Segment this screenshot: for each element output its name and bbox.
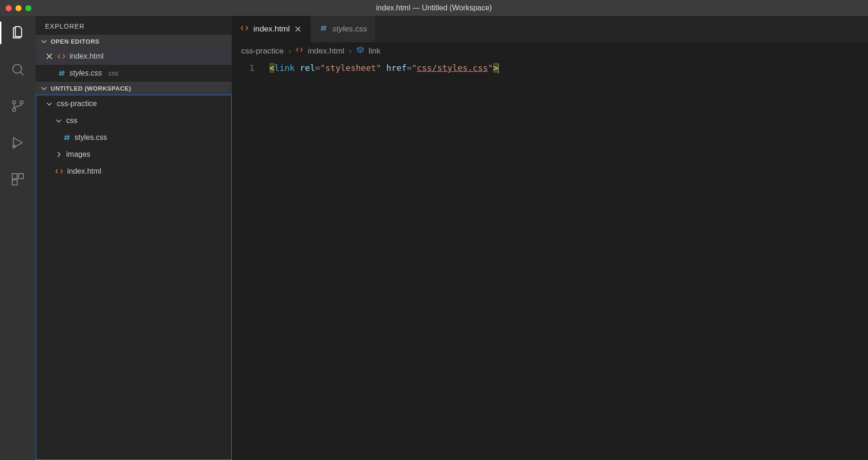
file-name: styles.css xyxy=(75,133,107,142)
minimize-window-button[interactable] xyxy=(15,5,22,11)
folder-row-root[interactable]: css-practice xyxy=(36,95,231,112)
git-branch-icon xyxy=(10,99,25,114)
folder-row[interactable]: images xyxy=(36,146,231,163)
tab-label: index.html xyxy=(253,24,289,34)
search-icon xyxy=(10,62,25,77)
window-title: index.html — Untitled (Workspace) xyxy=(376,4,492,12)
titlebar: index.html — Untitled (Workspace) xyxy=(0,0,868,16)
close-window-button[interactable] xyxy=(6,5,12,11)
folder-name: images xyxy=(66,150,91,159)
folder-name: css xyxy=(66,116,77,125)
code-line[interactable]: <link rel="stylesheet" href="css/styles.… xyxy=(269,61,868,75)
svg-rect-7 xyxy=(12,180,17,185)
close-icon[interactable] xyxy=(45,52,53,61)
file-row[interactable]: index.html xyxy=(36,163,231,180)
window-controls xyxy=(0,5,31,11)
code-tag: link xyxy=(274,63,295,73)
hash-icon xyxy=(62,133,71,142)
bracket-close: > xyxy=(493,63,498,73)
workspace-header[interactable]: UNTITLED (WORKSPACE) xyxy=(36,82,232,95)
workspace-header-label: UNTITLED (WORKSPACE) xyxy=(51,85,131,92)
svg-point-4 xyxy=(13,145,15,147)
debug-icon xyxy=(10,135,25,150)
code-punc: = xyxy=(407,63,412,73)
code-quote: " xyxy=(412,63,417,73)
svg-point-1 xyxy=(13,101,16,104)
line-number: 1 xyxy=(232,61,254,75)
open-editor-folder-hint: css xyxy=(108,69,118,77)
maximize-window-button[interactable] xyxy=(25,5,31,11)
editor-group: index.html styles.css css-practice › ind… xyxy=(232,16,868,460)
extensions-icon xyxy=(10,172,25,187)
tab-index-html[interactable]: index.html xyxy=(232,16,311,42)
line-number-gutter: 1 xyxy=(232,60,265,460)
code-link: css/styles.css xyxy=(417,63,488,73)
html-icon xyxy=(55,167,63,176)
tab-bar: index.html styles.css xyxy=(232,16,868,42)
source-control-activity[interactable] xyxy=(7,95,29,117)
explorer-activity[interactable] xyxy=(7,22,29,44)
chevron-right-icon xyxy=(55,151,62,158)
code-quote: " xyxy=(488,63,493,73)
html-icon xyxy=(296,46,303,56)
open-editors-list: index.html styles.css css xyxy=(36,48,232,82)
chevron-down-icon xyxy=(40,38,48,45)
code-punc: = xyxy=(315,63,320,73)
breadcrumbs[interactable]: css-practice › index.html › link xyxy=(232,42,868,60)
breadcrumb-segment[interactable]: link xyxy=(369,46,381,56)
svg-point-2 xyxy=(13,108,16,112)
bracket-open: < xyxy=(269,63,274,73)
svg-point-3 xyxy=(20,101,23,104)
breadcrumb-segment[interactable]: css-practice xyxy=(241,46,284,56)
code-attr-name: rel xyxy=(300,63,315,73)
open-editor-item[interactable]: styles.css css xyxy=(36,65,232,82)
tab-styles-css[interactable]: styles.css xyxy=(311,16,376,42)
chevron-right-icon: › xyxy=(349,46,352,56)
svg-rect-6 xyxy=(18,174,23,179)
run-debug-activity[interactable] xyxy=(7,131,29,154)
code-attr-name: href xyxy=(386,63,406,73)
hash-icon xyxy=(57,69,66,77)
extensions-activity[interactable] xyxy=(7,168,29,191)
chevron-down-icon xyxy=(40,84,48,92)
html-icon xyxy=(57,52,66,61)
close-icon[interactable] xyxy=(294,25,302,33)
search-activity[interactable] xyxy=(7,58,29,81)
hash-icon xyxy=(319,24,327,35)
open-editor-item[interactable]: index.html xyxy=(36,48,232,65)
activity-bar xyxy=(0,16,36,460)
chevron-down-icon xyxy=(55,117,62,124)
chevron-down-icon xyxy=(46,100,53,107)
tab-label: styles.css xyxy=(332,24,367,34)
open-editor-filename: index.html xyxy=(69,52,104,61)
files-icon xyxy=(10,25,25,40)
text-cursor xyxy=(498,63,499,74)
file-row[interactable]: styles.css xyxy=(36,129,231,146)
open-editors-header[interactable]: OPEN EDITORS xyxy=(36,35,232,48)
open-editors-label: OPEN EDITORS xyxy=(51,38,99,45)
chevron-right-icon: › xyxy=(289,46,291,56)
code-editor[interactable]: 1 <link rel="stylesheet" href="css/style… xyxy=(232,60,868,460)
explorer-sidebar: EXPLORER OPEN EDITORS index.html xyxy=(36,16,232,460)
sidebar-title: EXPLORER xyxy=(36,16,232,35)
workspace-tree: css-practice css styles.css images xyxy=(36,95,232,460)
file-name: index.html xyxy=(67,167,101,176)
svg-rect-5 xyxy=(12,174,17,179)
code-string: "stylesheet" xyxy=(320,63,381,73)
folder-name: css-practice xyxy=(57,100,97,108)
cube-icon xyxy=(357,46,364,56)
open-editor-filename: styles.css xyxy=(69,69,102,77)
breadcrumb-segment[interactable]: index.html xyxy=(308,46,344,56)
svg-point-0 xyxy=(13,64,22,73)
html-icon xyxy=(240,24,249,35)
folder-row[interactable]: css xyxy=(36,112,231,129)
code-content[interactable]: <link rel="stylesheet" href="css/styles.… xyxy=(265,60,868,460)
